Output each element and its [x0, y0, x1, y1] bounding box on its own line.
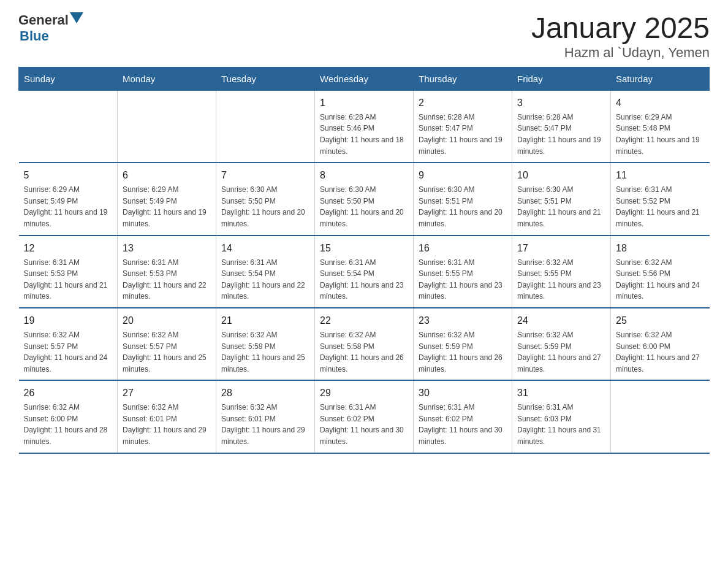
- day-info: Sunrise: 6:32 AM Sunset: 5:58 PM Dayligh…: [320, 329, 408, 375]
- header-day-wednesday: Wednesday: [315, 67, 414, 90]
- calendar-cell: [611, 380, 710, 453]
- calendar-cell: 21Sunrise: 6:32 AM Sunset: 5:58 PM Dayli…: [216, 308, 315, 380]
- day-info: Sunrise: 6:30 AM Sunset: 5:51 PM Dayligh…: [517, 184, 605, 229]
- day-number: 30: [419, 386, 507, 400]
- calendar-cell: 6Sunrise: 6:29 AM Sunset: 5:49 PM Daylig…: [118, 163, 216, 235]
- day-number: 29: [320, 386, 408, 400]
- day-info: Sunrise: 6:31 AM Sunset: 6:03 PM Dayligh…: [517, 402, 605, 447]
- day-info: Sunrise: 6:31 AM Sunset: 5:54 PM Dayligh…: [221, 257, 309, 302]
- calendar-cell: 8Sunrise: 6:30 AM Sunset: 5:50 PM Daylig…: [315, 163, 414, 235]
- calendar-cell: 25Sunrise: 6:32 AM Sunset: 6:00 PM Dayli…: [611, 308, 710, 380]
- svg-marker-0: [70, 12, 83, 23]
- day-number: 8: [320, 168, 408, 183]
- day-number: 13: [123, 241, 211, 256]
- page-header: General Blue January 2025 Hazm al `Udayn…: [18, 12, 710, 61]
- title-block: January 2025 Hazm al `Udayn, Yemen: [531, 12, 710, 61]
- calendar-table: SundayMondayTuesdayWednesdayThursdayFrid…: [18, 67, 710, 454]
- calendar-cell: 20Sunrise: 6:32 AM Sunset: 5:57 PM Dayli…: [118, 308, 216, 380]
- day-info: Sunrise: 6:32 AM Sunset: 5:56 PM Dayligh…: [616, 257, 705, 302]
- calendar-cell: 3Sunrise: 6:28 AM Sunset: 5:47 PM Daylig…: [512, 90, 611, 163]
- calendar-cell: 28Sunrise: 6:32 AM Sunset: 6:01 PM Dayli…: [216, 380, 315, 453]
- calendar-week-row: 1Sunrise: 6:28 AM Sunset: 5:46 PM Daylig…: [19, 90, 710, 163]
- day-number: 12: [24, 241, 113, 256]
- day-number: 16: [419, 241, 507, 256]
- day-info: Sunrise: 6:30 AM Sunset: 5:50 PM Dayligh…: [221, 184, 309, 229]
- day-info: Sunrise: 6:31 AM Sunset: 5:55 PM Dayligh…: [419, 257, 507, 302]
- day-number: 22: [320, 313, 408, 328]
- calendar-header-row: SundayMondayTuesdayWednesdayThursdayFrid…: [19, 67, 710, 90]
- calendar-cell: 15Sunrise: 6:31 AM Sunset: 5:54 PM Dayli…: [315, 236, 414, 308]
- calendar-cell: 13Sunrise: 6:31 AM Sunset: 5:53 PM Dayli…: [118, 236, 216, 308]
- calendar-cell: [118, 90, 216, 163]
- day-number: 23: [419, 313, 507, 328]
- day-info: Sunrise: 6:32 AM Sunset: 6:01 PM Dayligh…: [221, 402, 309, 447]
- day-number: 25: [616, 313, 705, 328]
- day-info: Sunrise: 6:30 AM Sunset: 5:50 PM Dayligh…: [320, 184, 408, 229]
- day-number: 1: [320, 96, 408, 110]
- calendar-title: January 2025: [531, 12, 710, 45]
- day-info: Sunrise: 6:32 AM Sunset: 6:00 PM Dayligh…: [24, 402, 113, 447]
- day-info: Sunrise: 6:32 AM Sunset: 6:00 PM Dayligh…: [616, 329, 705, 375]
- calendar-cell: 4Sunrise: 6:29 AM Sunset: 5:48 PM Daylig…: [611, 90, 710, 163]
- day-info: Sunrise: 6:32 AM Sunset: 5:59 PM Dayligh…: [517, 329, 605, 375]
- day-number: 9: [419, 168, 507, 183]
- day-number: 14: [221, 241, 309, 256]
- day-info: Sunrise: 6:29 AM Sunset: 5:49 PM Dayligh…: [24, 184, 113, 229]
- day-number: 24: [517, 313, 605, 328]
- calendar-cell: 16Sunrise: 6:31 AM Sunset: 5:55 PM Dayli…: [414, 236, 512, 308]
- day-info: Sunrise: 6:32 AM Sunset: 5:58 PM Dayligh…: [221, 329, 309, 375]
- day-info: Sunrise: 6:32 AM Sunset: 5:59 PM Dayligh…: [419, 329, 507, 375]
- day-info: Sunrise: 6:32 AM Sunset: 5:57 PM Dayligh…: [123, 329, 211, 375]
- logo-triangle-icon: [70, 12, 83, 23]
- calendar-cell: 27Sunrise: 6:32 AM Sunset: 6:01 PM Dayli…: [118, 380, 216, 453]
- day-info: Sunrise: 6:30 AM Sunset: 5:51 PM Dayligh…: [419, 184, 507, 229]
- calendar-cell: 26Sunrise: 6:32 AM Sunset: 6:00 PM Dayli…: [19, 380, 118, 453]
- day-number: 20: [123, 313, 211, 328]
- calendar-cell: 24Sunrise: 6:32 AM Sunset: 5:59 PM Dayli…: [512, 308, 611, 380]
- day-number: 6: [123, 168, 211, 183]
- day-info: Sunrise: 6:32 AM Sunset: 5:57 PM Dayligh…: [24, 329, 113, 375]
- header-day-thursday: Thursday: [414, 67, 512, 90]
- header-day-saturday: Saturday: [611, 67, 710, 90]
- header-day-tuesday: Tuesday: [216, 67, 315, 90]
- header-day-friday: Friday: [512, 67, 611, 90]
- header-day-sunday: Sunday: [19, 67, 118, 90]
- day-info: Sunrise: 6:28 AM Sunset: 5:46 PM Dayligh…: [320, 112, 408, 157]
- day-number: 11: [616, 168, 705, 183]
- header-day-monday: Monday: [118, 67, 216, 90]
- day-number: 3: [517, 96, 605, 110]
- day-info: Sunrise: 6:31 AM Sunset: 6:02 PM Dayligh…: [320, 402, 408, 447]
- day-number: 7: [221, 168, 309, 183]
- calendar-cell: 22Sunrise: 6:32 AM Sunset: 5:58 PM Dayli…: [315, 308, 414, 380]
- day-number: 10: [517, 168, 605, 183]
- day-info: Sunrise: 6:31 AM Sunset: 5:53 PM Dayligh…: [24, 257, 113, 302]
- day-number: 28: [221, 386, 309, 400]
- calendar-week-row: 12Sunrise: 6:31 AM Sunset: 5:53 PM Dayli…: [19, 236, 710, 308]
- calendar-week-row: 19Sunrise: 6:32 AM Sunset: 5:57 PM Dayli…: [19, 308, 710, 380]
- calendar-cell: 5Sunrise: 6:29 AM Sunset: 5:49 PM Daylig…: [19, 163, 118, 235]
- day-number: 2: [419, 96, 507, 110]
- calendar-week-row: 26Sunrise: 6:32 AM Sunset: 6:00 PM Dayli…: [19, 380, 710, 453]
- day-info: Sunrise: 6:31 AM Sunset: 5:54 PM Dayligh…: [320, 257, 408, 302]
- calendar-cell: 18Sunrise: 6:32 AM Sunset: 5:56 PM Dayli…: [611, 236, 710, 308]
- day-info: Sunrise: 6:31 AM Sunset: 5:52 PM Dayligh…: [616, 184, 705, 229]
- day-number: 17: [517, 241, 605, 256]
- calendar-cell: 30Sunrise: 6:31 AM Sunset: 6:02 PM Dayli…: [414, 380, 512, 453]
- calendar-subtitle: Hazm al `Udayn, Yemen: [531, 45, 710, 61]
- day-number: 15: [320, 241, 408, 256]
- day-number: 21: [221, 313, 309, 328]
- day-info: Sunrise: 6:32 AM Sunset: 5:55 PM Dayligh…: [517, 257, 605, 302]
- day-number: 18: [616, 241, 705, 256]
- logo-general-text: General: [18, 12, 69, 28]
- calendar-cell: 2Sunrise: 6:28 AM Sunset: 5:47 PM Daylig…: [414, 90, 512, 163]
- day-info: Sunrise: 6:29 AM Sunset: 5:49 PM Dayligh…: [123, 184, 211, 229]
- day-number: 27: [123, 386, 211, 400]
- day-number: 5: [24, 168, 113, 183]
- day-number: 26: [24, 386, 113, 400]
- day-info: Sunrise: 6:31 AM Sunset: 5:53 PM Dayligh…: [123, 257, 211, 302]
- day-info: Sunrise: 6:28 AM Sunset: 5:47 PM Dayligh…: [419, 112, 507, 157]
- day-number: 31: [517, 386, 605, 400]
- day-info: Sunrise: 6:28 AM Sunset: 5:47 PM Dayligh…: [517, 112, 605, 157]
- calendar-cell: 1Sunrise: 6:28 AM Sunset: 5:46 PM Daylig…: [315, 90, 414, 163]
- day-info: Sunrise: 6:32 AM Sunset: 6:01 PM Dayligh…: [123, 402, 211, 447]
